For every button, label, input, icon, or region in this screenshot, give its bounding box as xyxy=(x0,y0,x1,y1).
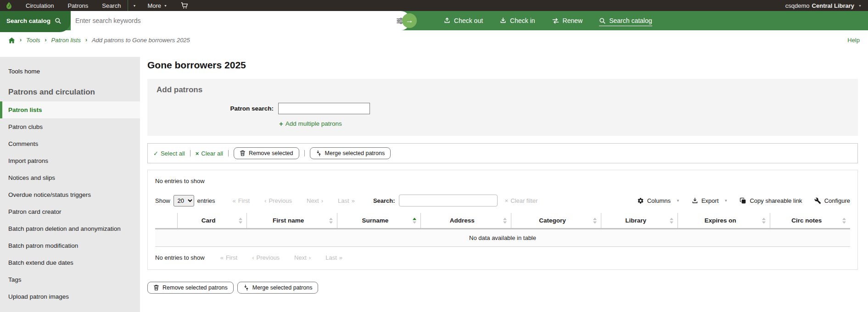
page-size-select[interactable]: 20 xyxy=(174,195,194,206)
pagination-top: « First ‹ Previous Next › Last » xyxy=(233,197,355,204)
table-search-input[interactable] xyxy=(399,195,498,206)
sort-icons xyxy=(593,217,597,223)
patron-search-input[interactable] xyxy=(278,103,370,114)
pagination-last-label: Last xyxy=(338,197,349,204)
pagination-first[interactable]: « First xyxy=(233,197,250,204)
top-navigation-bar: Circulation Patrons Search ▼ More ▼ csqd… xyxy=(0,0,868,11)
sidebar-item-label[interactable]: Tags xyxy=(0,271,140,288)
sidebar-item-comments[interactable]: Comments xyxy=(0,135,140,152)
pagination-next[interactable]: Next › xyxy=(294,254,311,261)
sidebar-item-label[interactable]: Notices and slips xyxy=(0,169,140,186)
export-button[interactable]: Export ▼ xyxy=(692,197,728,204)
sidebar-item-tools-home[interactable]: Tools home xyxy=(0,63,140,79)
sidebar-item-patron-lists[interactable]: Patron lists xyxy=(0,101,140,118)
select-all-link[interactable]: ✓ Select all xyxy=(153,150,185,157)
sidebar-item-overdue-notice-status-triggers[interactable]: Overdue notice/status triggers xyxy=(0,186,140,203)
caret-down-icon: ▼ xyxy=(133,4,136,7)
patron-search-row: Patron search: xyxy=(157,103,849,114)
column-header-first-name[interactable]: First name xyxy=(247,213,337,229)
pagination-last[interactable]: Last » xyxy=(325,254,342,261)
user-menu[interactable]: csqdemo Central Library ▼ xyxy=(785,2,862,9)
search-catalog-tab[interactable]: Search catalog xyxy=(0,11,71,32)
nav-patrons[interactable]: Patrons xyxy=(61,0,95,11)
sidebar-item-label[interactable]: Batch patron deletion and anonymization xyxy=(0,220,140,237)
sidebar-item-label[interactable]: Overdue notice/status triggers xyxy=(0,186,140,203)
toolbar-divider xyxy=(304,150,305,156)
sidebar: Tools home Patrons and circulation Patro… xyxy=(0,57,140,312)
chevron-left-icon: ‹ xyxy=(264,197,266,204)
column-header-library[interactable]: Library xyxy=(601,213,678,229)
pagination-next-label: Next xyxy=(307,197,319,204)
column-header-expires-on[interactable]: Expires on xyxy=(678,213,770,229)
nav-circulation[interactable]: Circulation xyxy=(19,0,61,11)
catalog-search-input[interactable] xyxy=(75,17,392,24)
sidebar-item-label[interactable]: Import patrons xyxy=(0,152,140,169)
sidebar-item-batch-patron-modification[interactable]: Batch patron modification xyxy=(0,237,140,254)
wrench-icon xyxy=(814,197,821,204)
column-header-category[interactable]: Category xyxy=(511,213,601,229)
merge-selected-patrons-button[interactable]: Merge selected patrons xyxy=(310,147,391,159)
sidebar-item-import-patrons[interactable]: Import patrons xyxy=(0,152,140,169)
search-submit-button[interactable]: → xyxy=(402,13,417,28)
remove-selected-patrons-button[interactable]: Remove selected patrons xyxy=(147,282,234,294)
sidebar-item-tags[interactable]: Tags xyxy=(0,271,140,288)
home-link[interactable] xyxy=(8,36,15,44)
clear-filter-link[interactable]: × Clear filter xyxy=(505,197,538,204)
pagination-previous-label: Previous xyxy=(269,197,292,204)
clear-all-link[interactable]: × Clear all xyxy=(196,150,223,157)
sidebar-item-label[interactable]: Patron lists xyxy=(0,101,140,118)
sidebar-item-upload-patron-images[interactable]: Upload patron images xyxy=(0,288,140,305)
nav-search-dropdown-toggle[interactable]: ▼ xyxy=(128,0,140,11)
remove-selected-button[interactable]: Remove selected xyxy=(234,147,299,159)
sidebar-item-label[interactable]: Patron clubs xyxy=(0,118,140,135)
sidebar-item-batch-extend-due-dates[interactable]: Batch extend due dates xyxy=(0,254,140,271)
sidebar-item-label[interactable]: Batch extend due dates xyxy=(0,254,140,271)
nav-search[interactable]: Search xyxy=(95,0,128,11)
configure-button[interactable]: Configure xyxy=(814,197,850,204)
sort-icons xyxy=(670,217,673,223)
table-header-row: Card First name Surname Address xyxy=(155,213,850,229)
chevron-right-icon: › xyxy=(45,37,47,43)
nav-more[interactable]: More ▼ xyxy=(140,0,174,11)
help-link[interactable]: Help xyxy=(847,37,860,44)
sidebar-item-notices-and-slips[interactable]: Notices and slips xyxy=(0,169,140,186)
breadcrumb-tools-link[interactable]: Tools xyxy=(26,37,40,44)
column-header-address[interactable]: Address xyxy=(420,213,511,229)
cart-icon xyxy=(180,2,188,9)
pagination-previous[interactable]: ‹ Previous xyxy=(264,197,292,204)
pagination-previous[interactable]: ‹ Previous xyxy=(252,254,280,261)
pagination-next[interactable]: Next › xyxy=(307,197,323,204)
breadcrumb-patron-lists-link[interactable]: Patron lists xyxy=(51,37,81,44)
check-out-icon xyxy=(443,17,451,24)
copy-shareable-link-label: Copy shareable link xyxy=(750,197,802,204)
copy-shareable-link-button[interactable]: Copy shareable link xyxy=(739,197,802,204)
sidebar-item-patron-clubs[interactable]: Patron clubs xyxy=(0,118,140,135)
search-catalog-link[interactable]: Search catalog xyxy=(599,17,652,26)
pagination-last[interactable]: Last » xyxy=(338,197,355,204)
add-multiple-patrons-link[interactable]: + Add multiple patrons xyxy=(279,120,342,128)
double-chevron-left-icon: « xyxy=(233,197,236,204)
sidebar-item-label[interactable]: Batch patron modification xyxy=(0,237,140,254)
chevron-right-icon: › xyxy=(309,254,311,261)
clear-filter-label: Clear filter xyxy=(510,197,538,204)
column-header-surname[interactable]: Surname xyxy=(337,213,421,229)
merge-selected-patrons-button[interactable]: Merge selected patrons xyxy=(237,282,319,294)
sidebar-item-batch-patron-deletion[interactable]: Batch patron deletion and anonymization xyxy=(0,220,140,237)
merge-selected-label: Merge selected patrons xyxy=(325,150,385,156)
clear-x-icon: × xyxy=(505,197,509,204)
sidebar-item-label[interactable]: Patron card creator xyxy=(0,203,140,220)
sort-icons xyxy=(239,217,242,223)
check-in-link[interactable]: Check in xyxy=(499,17,535,24)
renew-link[interactable]: Renew xyxy=(552,17,583,24)
sort-icons xyxy=(503,217,507,223)
pagination-first[interactable]: « First xyxy=(220,254,238,261)
check-out-link[interactable]: Check out xyxy=(443,17,483,24)
column-header-card[interactable]: Card xyxy=(177,213,246,229)
columns-button[interactable]: Columns ▼ xyxy=(637,197,680,204)
column-header-circ-notes[interactable]: Circ notes xyxy=(770,213,850,229)
sidebar-item-patron-card-creator[interactable]: Patron card creator xyxy=(0,203,140,220)
sidebar-item-label[interactable]: Comments xyxy=(0,135,140,152)
sidebar-item-label[interactable]: Upload patron images xyxy=(0,288,140,305)
cart-button[interactable] xyxy=(174,0,195,11)
bottom-actions: Remove selected patrons Merge selected p… xyxy=(147,282,858,294)
